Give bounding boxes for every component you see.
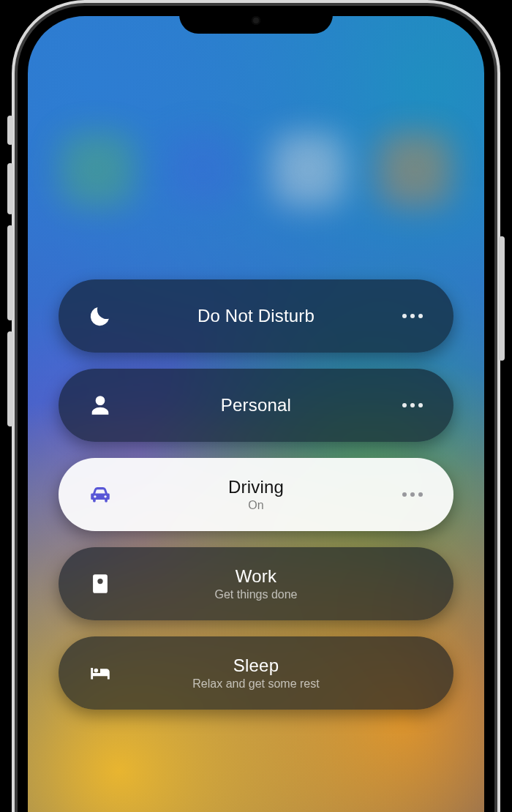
- focus-item-subtitle: Relax and get some rest: [192, 677, 319, 691]
- focus-item-sleep[interactable]: Sleep Relax and get some rest: [59, 636, 453, 710]
- focus-item-subtitle: Get things done: [215, 588, 298, 601]
- focus-item-title: Personal: [221, 395, 291, 416]
- focus-item-subtitle: On: [248, 499, 263, 512]
- display-notch: [179, 6, 333, 34]
- volume-up-button: [7, 163, 13, 214]
- more-options-button[interactable]: [396, 389, 429, 421]
- phone-screen: Do Not Disturb Personal: [28, 16, 484, 812]
- focus-item-title: Do Not Disturb: [197, 306, 315, 326]
- focus-item-personal[interactable]: Personal: [59, 369, 453, 442]
- more-options-button[interactable]: [396, 478, 429, 511]
- focus-item-driving[interactable]: Driving On: [59, 458, 453, 531]
- focus-item-title: Work: [236, 566, 276, 587]
- focus-item-dnd[interactable]: Do Not Disturb: [59, 279, 453, 353]
- person-icon: [83, 393, 117, 418]
- volume-down-button-2: [7, 331, 13, 426]
- bed-icon: [83, 661, 117, 685]
- more-options-button[interactable]: [396, 300, 429, 332]
- focus-item-title: Driving: [228, 477, 284, 497]
- mute-switch: [7, 116, 13, 145]
- blurred-app-icons: [28, 133, 484, 206]
- focus-item-work[interactable]: Work Get things done: [59, 547, 453, 620]
- badge-icon: [83, 571, 117, 596]
- focus-mode-list: Do Not Disturb Personal: [59, 279, 453, 710]
- volume-down-button: [7, 225, 13, 320]
- car-icon: [83, 482, 117, 507]
- moon-icon: [83, 304, 117, 328]
- phone-frame: Do Not Disturb Personal: [18, 6, 494, 812]
- focus-item-title: Sleep: [233, 655, 279, 676]
- side-power-button: [499, 236, 505, 361]
